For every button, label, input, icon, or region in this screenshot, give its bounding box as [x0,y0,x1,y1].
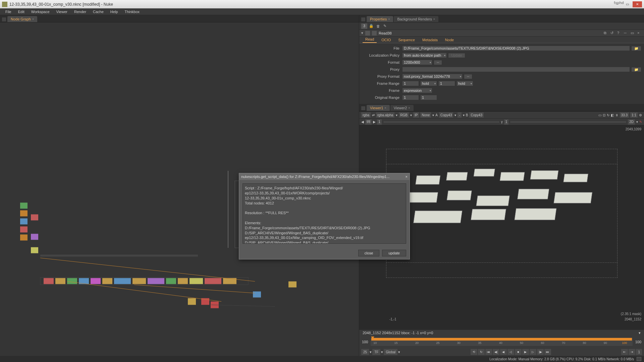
a-input-dropdown[interactable]: Copy43 [439,112,453,118]
close-icon[interactable]: × [385,106,386,110]
max-panels-field[interactable]: 3 [361,23,367,29]
node-panel-header[interactable]: ▾ Read38 ⧉ ↺ ? ─ ▭ × [359,30,644,37]
tf-dropdown[interactable]: TF [372,349,380,355]
subtab-read[interactable]: Read [363,36,377,43]
pencil-icon[interactable]: ✎ [382,23,387,29]
viewer-mode-dropdown[interactable]: 2D [628,119,635,125]
timeline-end[interactable]: 100 [633,340,644,344]
proxy-format-button[interactable]: ─ [464,74,472,79]
close-button[interactable]: close [358,250,380,256]
proxy-field[interactable] [402,67,630,72]
trash-icon[interactable]: 🗑 [375,23,381,29]
link-icon[interactable]: ⇌ [372,113,375,117]
menu-workspace[interactable]: Workspace [29,9,52,14]
menu-help[interactable]: Help [108,9,121,14]
dialog-titlebar[interactable]: nukescripts.get_script_data() for Z:/Fra… [239,173,410,180]
subtab-node[interactable]: Node [442,37,457,43]
maximize-icon[interactable]: ▭ [631,31,635,36]
alpha-dropdown[interactable]: rgba.alpha [376,112,394,118]
refresh-icon[interactable]: ↻ [607,113,609,117]
proxy-icon[interactable]: ◧ [611,113,614,117]
pause-icon[interactable]: ⏸ [615,113,619,117]
popout-icon[interactable]: ⧉ [604,31,608,36]
close-icon[interactable]: × [388,17,390,21]
format-button[interactable]: ─ [434,60,442,65]
playhead-icon[interactable] [371,337,374,339]
play-back-button[interactable]: ◁ [507,349,514,355]
tab-node-graph[interactable]: Node Graph× [7,16,37,22]
update-button[interactable]: update [382,250,406,256]
frame-dropdown[interactable]: expression [402,88,432,93]
gain-field[interactable]: 1 [377,119,382,125]
timeline-track[interactable]: 101520 253035 405060 708090 100 [371,338,632,346]
fps-field[interactable]: 25 [361,349,369,355]
loop-icon[interactable]: ↻ [478,349,485,355]
timeline[interactable]: 100 101520 253035 405060 708090 100 100 [359,336,644,348]
subtab-sequence[interactable]: Sequence [395,37,418,43]
menu-thinkbox[interactable]: Thinkbox [122,9,142,14]
close-icon[interactable]: × [637,31,642,36]
gamma-slider[interactable] [510,121,627,123]
close-icon[interactable]: × [406,175,408,179]
in-point-button[interactable]: ⇤ [621,349,628,355]
roi-icon[interactable]: ⊡ [603,113,605,117]
frame-range-end[interactable] [438,81,455,86]
menu-file[interactable]: File [3,9,14,14]
localization-policy-dropdown[interactable]: from auto-localize path [402,53,447,58]
tab-properties[interactable]: Properties× [367,16,393,22]
original-range-end[interactable] [420,95,437,100]
subtab-ocio[interactable]: OCIO [379,37,393,43]
frame-range-start[interactable] [402,81,419,86]
status-graph-icon[interactable] [637,357,641,361]
file-field[interactable] [402,46,630,51]
global-dropdown[interactable]: Global [384,349,397,355]
help-icon[interactable]: ? [617,31,622,36]
folder-icon[interactable]: 📁 [631,46,641,51]
gamma-field[interactable]: 1 [504,119,509,125]
format-dropdown[interactable]: 1200x900 [402,60,432,65]
panel-menu-icon[interactable] [2,17,6,21]
channel-dropdown[interactable]: rgba [361,112,371,118]
close-icon[interactable]: × [32,17,34,21]
minimize-icon[interactable]: ─ [624,31,629,36]
panel-menu-icon[interactable] [361,106,365,110]
eyedropper-icon[interactable]: ✎ [639,120,642,124]
tab-background-renders[interactable]: Background Renders× [394,16,438,22]
menu-render[interactable]: Render [71,9,89,14]
dialog-textarea[interactable]: Script : Z:/Frame_Forge/fxphd/AFX230/afx… [243,183,406,244]
chevron-down-icon[interactable]: ▾ [361,31,363,35]
prev-icon[interactable]: ◀ [361,120,364,124]
revert-icon[interactable]: ↺ [610,31,615,36]
timeline-start[interactable]: 100 [359,340,371,344]
close-icon[interactable]: × [408,106,410,110]
update-button[interactable]: Update [448,53,465,58]
menu-cache[interactable]: Cache [90,9,106,14]
out-point-button[interactable]: ⇥ [629,349,635,355]
subtab-metadata[interactable]: Metadata [420,37,440,43]
fstop-dropdown[interactable]: f/8 [365,119,372,125]
panel-menu-icon[interactable] [361,17,365,21]
proxy-format-dropdown[interactable]: root.proxy_format 1024x778 [402,74,463,79]
maximize-button[interactable]: ▭ [623,1,632,7]
play-button[interactable]: ▶ [522,349,529,355]
lock-icon[interactable]: 🔒 [369,23,374,29]
after-dropdown[interactable]: hold [457,81,473,86]
prev-keyframe-button[interactable]: ◀| [493,349,499,355]
original-range-start[interactable] [402,95,419,100]
close-icon[interactable]: × [433,17,435,21]
settings-icon[interactable]: ⚙ [639,113,642,117]
step-back-button[interactable]: ◀ [500,349,507,355]
clip-icon[interactable]: ▭ [598,113,601,117]
before-dropdown[interactable]: hold [420,81,437,86]
increment-field[interactable]: 1 [636,349,642,355]
menu-viewer[interactable]: Viewer [54,9,70,14]
tab-viewer2[interactable]: Viewer2× [390,105,414,111]
last-frame-button[interactable]: ⏭ [544,349,551,355]
gain-slider[interactable] [383,121,500,123]
speed-field[interactable]: 33.3 [620,112,629,118]
close-button[interactable]: ✕ [633,1,642,7]
first-frame-button[interactable]: ⏮ [485,349,492,355]
ip-toggle[interactable]: IP [413,112,419,118]
zoom-dropdown[interactable]: 1:1 [630,112,638,118]
lut-dropdown[interactable]: None [420,112,431,118]
